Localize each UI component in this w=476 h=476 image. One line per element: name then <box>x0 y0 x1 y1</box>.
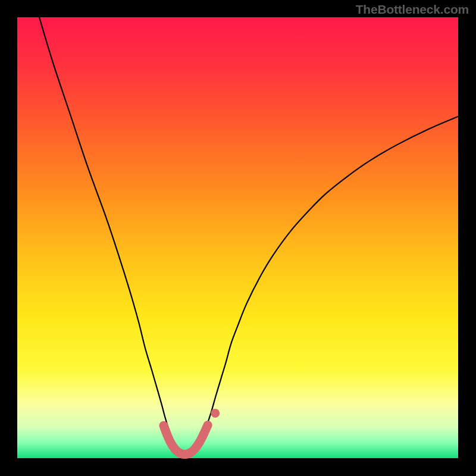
outer-frame: TheBottleneck.com <box>0 0 476 476</box>
chart <box>0 0 476 476</box>
watermark-text: TheBottleneck.com <box>356 2 469 17</box>
plot-background <box>17 17 458 458</box>
highlight-dot <box>211 409 220 418</box>
